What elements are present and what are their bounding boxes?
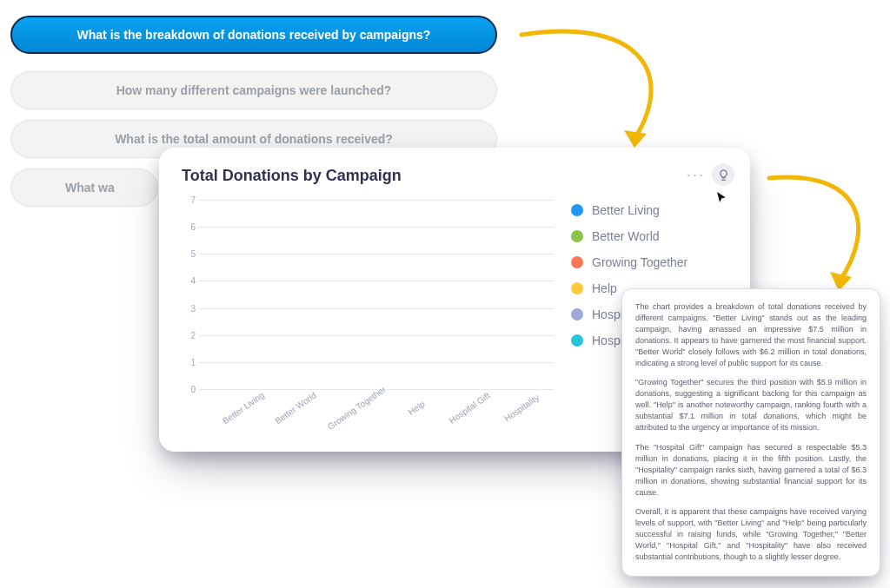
legend-swatch: [571, 334, 583, 347]
insight-button[interactable]: [712, 163, 734, 186]
arrow-decoration: [756, 165, 887, 304]
legend-item: Better Living: [571, 203, 727, 217]
y-axis-tick: 2: [183, 330, 196, 340]
y-axis-tick: 5: [183, 249, 196, 259]
legend-swatch: [571, 308, 583, 320]
legend-label: Better World: [592, 229, 660, 243]
insight-paragraph: The "Hospital Gift" campaign has secured…: [635, 442, 867, 499]
more-icon[interactable]: ···: [687, 167, 705, 182]
svg-marker-0: [624, 130, 647, 148]
arrow-decoration: [504, 17, 695, 165]
y-axis-tick: 4: [183, 276, 196, 286]
chart-bars: [215, 200, 545, 389]
legend-swatch: [571, 204, 583, 216]
legend-item: Better World: [571, 229, 727, 243]
insight-paragraph: The chart provides a breakdown of total …: [635, 301, 867, 369]
question-pill-truncated[interactable]: What wa: [10, 168, 158, 207]
question-pill[interactable]: How many different campaigns were launch…: [10, 71, 497, 109]
insight-paragraph: "Growing Together" secures the third pos…: [635, 377, 867, 433]
legend-label: Help: [592, 281, 617, 295]
bar-chart: 01234567 Better LivingBetter WorldGrowin…: [182, 200, 554, 431]
y-axis-tick: 1: [183, 357, 196, 367]
legend-swatch: [571, 230, 583, 242]
chart-title: Total Donations by Campaign: [182, 167, 727, 185]
y-axis-tick: 3: [183, 303, 196, 313]
legend-label: Better Living: [592, 203, 660, 217]
lightbulb-icon: [717, 168, 730, 182]
legend-item: Growing Together: [571, 255, 727, 269]
question-pill-active[interactable]: What is the breakdown of donations recei…: [10, 16, 497, 54]
insight-card: The chart provides a breakdown of total …: [621, 288, 880, 577]
card-actions: ···: [687, 163, 734, 186]
legend-label: Growing Together: [592, 255, 687, 269]
insight-paragraph: Overall, it is apparent that these campa…: [635, 506, 867, 563]
legend-swatch: [571, 256, 583, 268]
y-axis-tick: 6: [183, 222, 196, 232]
y-axis-tick: 7: [183, 195, 196, 205]
legend-swatch: [571, 282, 583, 294]
y-axis-tick: 0: [183, 385, 196, 394]
